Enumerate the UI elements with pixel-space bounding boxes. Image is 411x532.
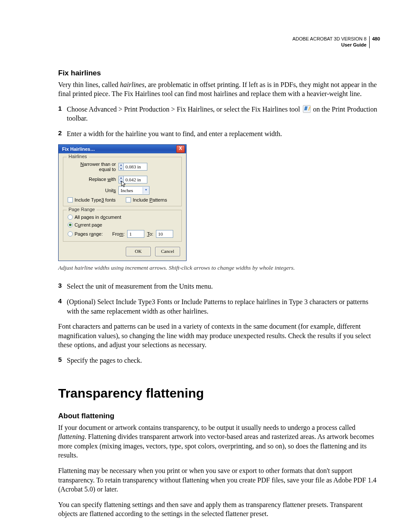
radio-icon [68,222,73,227]
dialog-screenshot: Fix Hairlines… X Hairlines Narrower than… [58,144,380,261]
ok-button[interactable]: OK [126,247,151,256]
include-type3-checkbox[interactable]: Include Type3 fonts [68,197,115,202]
hairlines-group: Hairlines Narrower than or equal to ▲▼ R… [63,157,182,206]
dialog-titlebar[interactable]: Fix Hairlines… X [59,145,186,153]
spinner-down-icon[interactable]: ▼ [119,167,123,171]
running-header: ADOBE ACROBAT 3D VERSION 8 User Guide 48… [58,36,380,48]
step-3: 3 Select the unit of measurement from th… [58,282,380,291]
units-dropdown[interactable]: Inches ▾ [118,186,149,195]
units-label: Units [68,188,116,193]
units-value: Inches [119,188,143,193]
checkbox-label: Include Patterns [133,197,167,202]
radio-label: Current page [75,222,102,227]
step-5: 5 Specify the pages to check. [58,356,380,365]
checkbox-icon [68,197,73,202]
spinner-down-icon[interactable]: ▼ [119,180,123,184]
fix-hairlines-dialog: Fix Hairlines… X Hairlines Narrower than… [58,144,187,261]
narrower-label: Narrower than or equal to [68,162,116,172]
radio-label: All pages in document [75,215,121,220]
step-number: 4 [58,297,63,316]
replace-spinner[interactable]: ▲▼ [118,176,147,184]
narrower-input[interactable] [123,163,147,171]
from-input[interactable] [127,230,144,238]
include-patterns-checkbox[interactable]: Include Patterns [126,197,167,202]
body-paragraph: Very thin lines, called hairlines, are p… [58,80,380,99]
chapter-heading-transparency-flattening: Transparency flattening [58,386,380,401]
step-number: 1 [58,105,63,123]
spinner-buttons[interactable]: ▲▼ [118,176,123,184]
pages-range-radio[interactable]: Pages range: [68,231,103,236]
replace-input[interactable] [123,176,147,184]
dialog-title: Fix Hairlines… [62,146,176,152]
radio-icon [68,231,73,236]
section-heading-fix-hairlines: Fix hairlines [58,69,380,78]
to-input[interactable] [156,230,173,238]
section-heading-about-flattening: About flattening [58,412,380,420]
term-flattening: flattening [58,433,84,440]
group-legend: Hairlines [67,154,89,159]
document-page: ADOBE ACROBAT 3D VERSION 8 User Guide 48… [0,0,411,532]
step-number: 3 [58,282,63,291]
narrower-spinner[interactable]: ▲▼ [118,163,147,171]
body-paragraph: Flattening may be necessary when you pri… [58,466,380,494]
radio-icon [68,215,73,220]
body-paragraph: If your document or artwork contains tra… [58,423,380,460]
cancel-button[interactable]: Cancel [155,247,180,256]
group-legend: Page Range [67,207,97,212]
checkbox-label: Include Type3 fonts [75,197,115,202]
fix-hairlines-tool-icon [303,105,311,113]
body-paragraph: You can specify flattening settings and … [58,500,380,519]
step-number: 2 [58,129,63,139]
checkbox-icon [126,197,131,202]
current-page-radio[interactable]: Current page [68,222,102,227]
step-number: 5 [58,356,63,365]
to-label: To: [147,231,153,236]
spinner-buttons[interactable]: ▲▼ [118,163,123,171]
step-4: 4 (Optional) Select Include Type3 Fonts … [58,297,380,316]
all-pages-radio[interactable]: All pages in document [68,215,121,220]
doc-title: User Guide [293,42,367,48]
product-name: ADOBE ACROBAT 3D VERSION 8 [293,36,367,42]
step-1: 1 Choose Advanced > Print Production > F… [58,105,380,123]
page-number: 480 [370,36,380,48]
body-paragraph: Font characters and patterns can be used… [58,322,380,350]
radio-label: Pages range: [75,231,103,236]
dropdown-arrow-icon[interactable]: ▾ [143,187,149,194]
figure-caption: Adjust hairline widths using increment a… [58,264,380,271]
term-hairlines: hairlines, [120,81,146,88]
step-2: 2 Enter a width for the hairline you wan… [58,129,380,139]
replace-label: Replace with [68,177,116,182]
from-label: From: [112,231,125,236]
page-range-group: Page Range All pages in document Current… [63,210,182,242]
spinner-up-icon[interactable]: ▲ [119,163,123,167]
spinner-up-icon[interactable]: ▲ [119,176,123,180]
close-button[interactable]: X [176,145,185,153]
